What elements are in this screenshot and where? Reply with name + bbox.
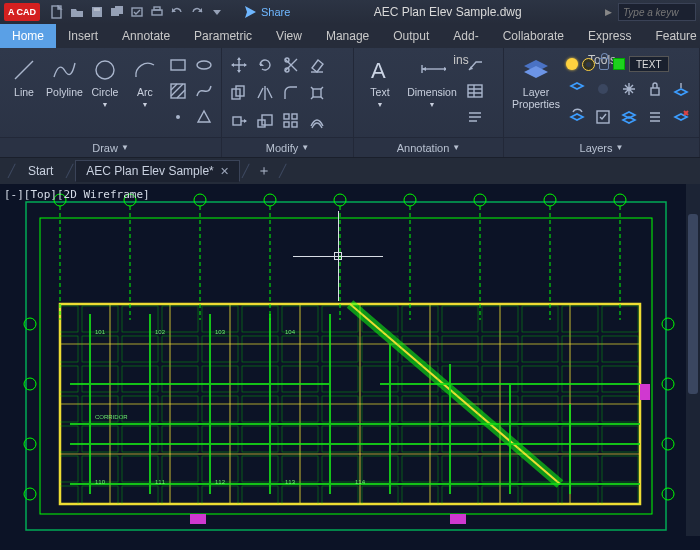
ellipse-icon[interactable] bbox=[193, 54, 215, 76]
close-icon[interactable]: ✕ bbox=[220, 165, 229, 178]
file-tab-label: Start bbox=[28, 164, 53, 178]
svg-rect-54 bbox=[450, 514, 466, 524]
plot-icon[interactable] bbox=[148, 3, 166, 21]
erase-icon[interactable] bbox=[306, 54, 328, 76]
leader-icon[interactable] bbox=[464, 54, 486, 76]
line-button[interactable]: Line bbox=[6, 54, 42, 100]
panel-draw-title[interactable]: Draw▼ bbox=[0, 137, 221, 157]
spline-icon[interactable] bbox=[193, 80, 215, 102]
scale-icon[interactable] bbox=[254, 110, 276, 132]
array-icon[interactable] bbox=[280, 110, 302, 132]
ribbon-tab-output[interactable]: Output bbox=[381, 24, 441, 48]
ribbon-tab-featured[interactable]: Feature bbox=[643, 24, 700, 48]
help-search-input[interactable]: Type a keyw bbox=[618, 3, 696, 21]
layer-walk-icon[interactable] bbox=[618, 106, 640, 128]
new-tab-button[interactable]: ＋ bbox=[251, 162, 277, 180]
svg-text:104: 104 bbox=[285, 329, 296, 335]
layer-iso-icon[interactable] bbox=[566, 78, 588, 100]
text-button[interactable]: A Text ▼ bbox=[360, 54, 400, 110]
region-icon[interactable] bbox=[193, 106, 215, 128]
layer-lock-btn-icon[interactable] bbox=[644, 78, 666, 100]
layer-delete-icon[interactable] bbox=[670, 106, 692, 128]
stretch-icon[interactable] bbox=[228, 110, 250, 132]
save-icon[interactable] bbox=[88, 3, 106, 21]
offset-icon[interactable] bbox=[306, 110, 328, 132]
svg-rect-19 bbox=[233, 117, 241, 125]
layer-merge-icon[interactable] bbox=[644, 106, 666, 128]
panel-draw: Line Polyline Circle ▼ Arc ▼ bbox=[0, 48, 222, 157]
svg-line-8 bbox=[15, 61, 33, 79]
ribbon-tab-home[interactable]: Home bbox=[0, 24, 56, 48]
svg-rect-53 bbox=[190, 514, 206, 524]
svg-rect-24 bbox=[284, 122, 289, 127]
ribbon-tab-manage[interactable]: Manage bbox=[314, 24, 381, 48]
ribbon-tab-express[interactable]: Express Tools bbox=[576, 24, 643, 48]
dimension-button[interactable]: Dimension ▼ bbox=[404, 54, 460, 110]
mtext-icon[interactable] bbox=[464, 106, 486, 128]
open-web-icon[interactable] bbox=[128, 3, 146, 21]
current-layer-dropdown[interactable]: TEXT bbox=[566, 56, 692, 72]
layer-properties-button[interactable]: Layer Properties bbox=[510, 54, 562, 112]
scrollbar-thumb[interactable] bbox=[688, 214, 698, 394]
drawing-canvas[interactable]: [-][Top][2D Wireframe] bbox=[0, 184, 700, 550]
share-button[interactable]: Share bbox=[244, 6, 290, 19]
explode-icon[interactable] bbox=[306, 82, 328, 104]
current-layer-name: TEXT bbox=[629, 56, 669, 72]
ribbon-tab-insert[interactable]: Insert bbox=[56, 24, 110, 48]
open-icon[interactable] bbox=[68, 3, 86, 21]
chevron-down-icon: ▼ bbox=[121, 143, 129, 152]
ribbon: Line Polyline Circle ▼ Arc ▼ bbox=[0, 48, 700, 158]
polyline-label: Polyline bbox=[46, 86, 83, 98]
vertical-scrollbar[interactable] bbox=[686, 184, 700, 536]
ribbon-tab-collaborate[interactable]: Collaborate bbox=[491, 24, 576, 48]
undo-icon[interactable] bbox=[168, 3, 186, 21]
svg-point-14 bbox=[285, 68, 289, 72]
svg-text:110: 110 bbox=[95, 479, 106, 485]
chevron-down-icon: ▼ bbox=[377, 101, 384, 108]
arc-button[interactable]: Arc ▼ bbox=[127, 54, 163, 110]
svg-point-13 bbox=[176, 115, 180, 119]
file-tab-current[interactable]: AEC Plan Elev Sample* ✕ bbox=[75, 160, 239, 182]
floor-plan: 101102103104 CORRIDOR 110111112113114 bbox=[0, 184, 700, 550]
svg-point-52 bbox=[662, 488, 674, 500]
move-icon[interactable] bbox=[228, 54, 250, 76]
table-icon[interactable] bbox=[464, 80, 486, 102]
dimension-icon bbox=[418, 56, 446, 84]
polyline-button[interactable]: Polyline bbox=[46, 54, 83, 100]
layer-prev-icon[interactable] bbox=[566, 106, 588, 128]
layer-match-icon[interactable] bbox=[670, 78, 692, 100]
viewport-controls[interactable]: [-][Top][2D Wireframe] bbox=[4, 188, 150, 201]
redo-icon[interactable] bbox=[188, 3, 206, 21]
layer-on-icon bbox=[566, 58, 578, 70]
circle-button[interactable]: Circle ▼ bbox=[87, 54, 123, 110]
line-label: Line bbox=[14, 86, 34, 98]
rectangle-icon[interactable] bbox=[167, 54, 189, 76]
mirror-icon[interactable] bbox=[254, 82, 276, 104]
hatch-icon[interactable] bbox=[167, 80, 189, 102]
file-tab-start[interactable]: Start bbox=[17, 160, 64, 182]
qat-dropdown-icon[interactable] bbox=[208, 3, 226, 21]
circle-icon bbox=[91, 56, 119, 84]
new-icon[interactable] bbox=[48, 3, 66, 21]
saveas-icon[interactable] bbox=[108, 3, 126, 21]
ribbon-tab-annotate[interactable]: Annotate bbox=[110, 24, 182, 48]
ribbon-tab-parametric[interactable]: Parametric bbox=[182, 24, 264, 48]
layer-off-icon[interactable] bbox=[592, 78, 614, 100]
point-icon[interactable] bbox=[167, 106, 189, 128]
fillet-icon[interactable] bbox=[280, 82, 302, 104]
panel-modify-title[interactable]: Modify▼ bbox=[222, 137, 353, 157]
copy-icon[interactable] bbox=[228, 82, 250, 104]
panel-annotation-title[interactable]: Annotation▼ bbox=[354, 137, 503, 157]
layer-state-icon[interactable] bbox=[592, 106, 614, 128]
trim-icon[interactable] bbox=[280, 54, 302, 76]
svg-point-40 bbox=[334, 194, 346, 206]
svg-rect-7 bbox=[154, 7, 160, 10]
chevron-down-icon: ▼ bbox=[429, 101, 436, 108]
ribbon-tab-addins[interactable]: Add-ins bbox=[441, 24, 490, 48]
rotate-icon[interactable] bbox=[254, 54, 276, 76]
app-logo[interactable]: A CAD bbox=[4, 3, 40, 21]
layer-freeze-btn-icon[interactable] bbox=[618, 78, 640, 100]
panel-layers-title[interactable]: Layers▼ bbox=[504, 137, 699, 157]
ribbon-tab-view[interactable]: View bbox=[264, 24, 314, 48]
text-label: Text bbox=[370, 86, 389, 98]
